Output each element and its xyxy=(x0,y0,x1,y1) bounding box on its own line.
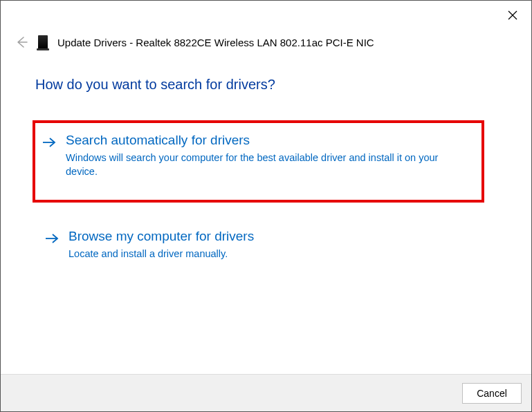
update-drivers-dialog: Update Drivers - Realtek 8822CE Wireless… xyxy=(0,0,532,412)
option-title: Browse my computer for drivers xyxy=(68,229,484,244)
option-search-automatically[interactable]: Search automatically for drivers Windows… xyxy=(33,120,484,203)
device-icon xyxy=(38,35,48,49)
dialog-content: How do you want to search for drivers? S… xyxy=(1,56,531,374)
option-text: Search automatically for drivers Windows… xyxy=(66,133,469,179)
dialog-footer: Cancel xyxy=(1,374,531,411)
arrow-right-icon xyxy=(45,233,59,244)
page-heading: How do you want to search for drivers? xyxy=(35,77,497,93)
option-browse-computer[interactable]: Browse my computer for drivers Locate an… xyxy=(35,216,497,277)
close-button[interactable] xyxy=(506,8,520,22)
cancel-button[interactable]: Cancel xyxy=(462,383,522,404)
option-description: Locate and install a driver manually. xyxy=(68,247,484,261)
dialog-header: Update Drivers - Realtek 8822CE Wireless… xyxy=(1,1,531,56)
arrow-right-icon xyxy=(42,137,56,148)
window-title: Update Drivers - Realtek 8822CE Wireless… xyxy=(57,37,374,48)
back-button[interactable] xyxy=(15,35,28,49)
option-title: Search automatically for drivers xyxy=(66,133,469,148)
option-text: Browse my computer for drivers Locate an… xyxy=(68,229,484,261)
option-description: Windows will search your computer for th… xyxy=(66,151,469,179)
back-arrow-icon xyxy=(15,35,28,49)
close-icon xyxy=(508,10,517,20)
